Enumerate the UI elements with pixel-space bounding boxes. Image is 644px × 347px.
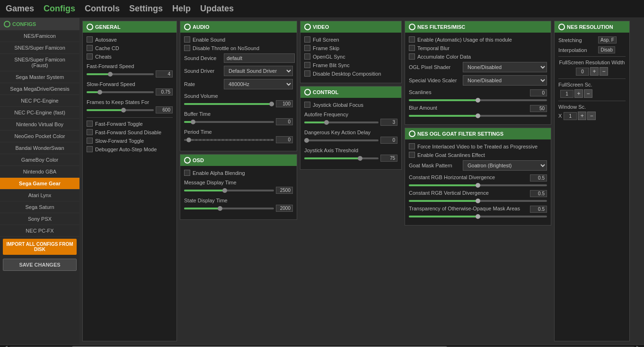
slow-forward-speed-thumb[interactable] [97,90,102,95]
joystick-focus-checkbox[interactable] [304,102,310,108]
scanlines-track[interactable] [409,99,547,101]
cheats-checkbox[interactable] [87,53,93,60]
sound-volume-thumb[interactable] [269,102,274,106]
sidebar-item-nec-pc[interactable]: NEC PC-Engine [0,95,79,107]
enable-goat-checkbox[interactable] [409,152,415,158]
fast-forward-toggle-checkbox[interactable] [87,121,93,127]
disable-throttle-checkbox[interactable] [184,45,190,51]
sound-device-input[interactable] [224,53,295,63]
period-time-track[interactable] [184,139,274,141]
temporal-blur-checkbox[interactable] [409,45,415,51]
message-display-thumb[interactable] [222,188,227,193]
transparency-track[interactable] [409,216,547,217]
scanlines-thumb[interactable] [476,98,480,103]
transparency-thumb[interactable] [476,214,480,219]
joystick-axis-thumb[interactable] [358,156,362,161]
fast-forward-sound-checkbox[interactable] [87,129,93,135]
save-changes-button[interactable]: SAVE CHANGES [3,259,77,271]
sidebar-item-neogeo[interactable]: NeoGeo Pocket Color [0,130,79,142]
frames-keep-track[interactable] [87,109,154,111]
control-collapse-button[interactable] [304,89,311,95]
general-collapse-button[interactable] [87,24,93,30]
dangerous-key-thumb[interactable] [304,138,309,143]
fullscreen-x-increment[interactable]: + [574,89,583,98]
blur-amount-thumb[interactable] [476,113,480,118]
autofire-freq-thumb[interactable] [324,120,329,125]
nes-resolution-collapse-button[interactable] [558,24,565,30]
osd-collapse-button[interactable] [184,157,191,164]
sidebar-item-virtual-boy[interactable]: Nintendo Virtual Boy [0,119,79,130]
window-x-decrement[interactable]: − [587,112,596,120]
ogl-pixel-shader-select[interactable]: None/Disabled [463,62,547,72]
sidebar-item-snes-faust[interactable]: SNES/Super Famicon (Faust) [0,54,79,71]
sidebar-item-atari-lynx[interactable]: Atari Lynx [0,190,79,201]
sidebar-item-nec-pc-fx[interactable]: NEC PC-FX [0,225,79,237]
window-x-increment[interactable]: + [578,112,586,120]
const-rgb-vert-thumb[interactable] [476,199,480,203]
debugger-auto-checkbox[interactable] [87,146,93,152]
const-rgb-horiz-thumb[interactable] [476,183,480,188]
menu-help[interactable]: Help [172,4,191,14]
fullscreen-x-decrement[interactable]: − [584,89,592,98]
import-configs-button[interactable]: IMPORT ALL CONFIGS FROM DISK [3,239,77,255]
state-display-thumb[interactable] [218,206,222,211]
enable-alpha-checkbox[interactable] [184,170,190,176]
full-screen-checkbox[interactable] [304,36,310,43]
fullscreen-res-decrement[interactable]: − [600,67,608,76]
sidebar-item-bandai[interactable]: Bandai WonderSwan [0,142,79,154]
menu-updates[interactable]: Updates [200,4,234,14]
sidebar-item-game-gear[interactable]: Sega Game Gear [0,178,79,190]
frame-blit-checkbox[interactable] [304,62,310,68]
frame-skip-checkbox[interactable] [304,45,310,51]
autofire-freq-track[interactable] [304,121,379,123]
message-display-track[interactable] [184,190,274,191]
nes-ogl-collapse-button[interactable] [409,130,415,137]
sidebar-item-sega-mega[interactable]: Sega MegaDrive/Genesis [0,83,79,95]
sidebar-item-sega-master[interactable]: Sega Master System [0,71,79,83]
sidebar-item-sony-psx[interactable]: Sony PSX [0,213,79,225]
menu-configs[interactable]: Configs [44,4,75,14]
buffer-time-thumb[interactable] [191,120,195,124]
goat-mask-select[interactable]: Goatron (Brightest) [463,160,547,171]
slow-forward-speed-track[interactable] [87,91,154,93]
joystick-axis-track[interactable] [304,157,379,159]
menu-controls[interactable]: Controls [85,4,120,14]
frames-keep-thumb[interactable] [121,108,126,113]
dangerous-key-track[interactable] [304,139,379,141]
video-collapse-button[interactable] [304,24,311,30]
force-interlaced-checkbox[interactable] [409,143,415,149]
menu-games[interactable]: Games [6,4,34,14]
cache-cd-checkbox[interactable] [87,45,93,51]
fullscreen-res-increment[interactable]: + [590,67,599,76]
period-time-thumb[interactable] [186,138,191,142]
const-rgb-vert-track[interactable] [409,200,547,202]
scroll-right-arrow[interactable]: ▶ [635,345,642,347]
enable-sound-checkbox[interactable] [184,36,190,43]
accumulate-color-checkbox[interactable] [409,53,415,60]
sidebar-item-nes-famicon[interactable]: NES/Famicon [0,30,79,42]
special-video-scaler-select[interactable]: None/Disabled [463,75,547,86]
sound-driver-select[interactable]: Default Sound Driver [224,66,293,76]
sidebar-item-gameboy[interactable]: GameBoy Color [0,154,79,166]
opengl-sync-checkbox[interactable] [304,53,310,60]
sound-volume-track[interactable] [184,103,274,105]
disable-desktop-checkbox[interactable] [304,70,310,77]
fast-forward-speed-thumb[interactable] [108,72,113,77]
enable-auto-checkbox[interactable] [409,36,415,43]
blur-amount-track[interactable] [409,115,547,117]
fast-forward-speed-track[interactable] [87,73,154,75]
autosave-checkbox[interactable] [87,36,93,43]
state-display-track[interactable] [184,208,274,209]
buffer-time-track[interactable] [184,121,274,123]
sidebar-item-nec-pc-fast[interactable]: NEC PC-Engine (fast) [0,107,79,119]
nes-filters-collapse-button[interactable] [409,24,415,30]
sidebar-item-gba[interactable]: Nintendo GBA [0,166,79,178]
audio-collapse-button[interactable] [184,24,191,30]
sidebar-item-snes[interactable]: SNES/Super Famicon [0,42,79,54]
scroll-left-arrow[interactable]: ◀ [2,345,9,347]
rate-select[interactable]: 48000Hz [224,79,293,89]
const-rgb-horiz-track[interactable] [409,184,547,186]
sidebar-item-sega-saturn[interactable]: Sega Saturn [0,201,79,213]
slow-forward-toggle-checkbox[interactable] [87,138,93,144]
menu-settings[interactable]: Settings [129,4,163,14]
